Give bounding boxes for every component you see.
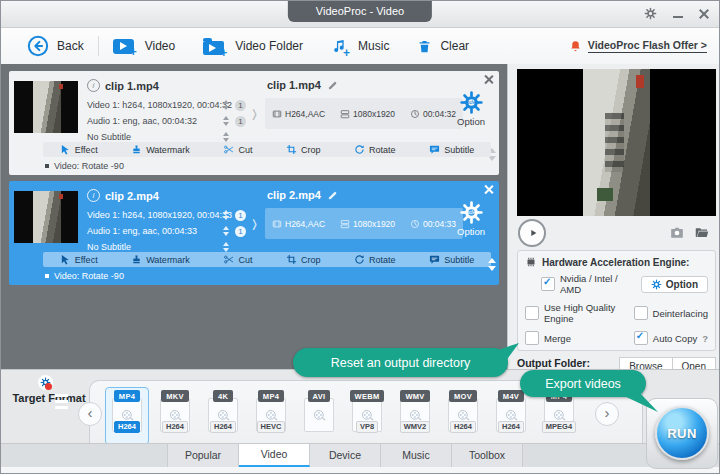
track-count-badge: 1 (235, 226, 246, 237)
video-track-row[interactable]: Video 1: h264, 1080x1920, 00:04:32 1 (87, 97, 246, 113)
video-add-icon: + (113, 39, 137, 54)
crop-button[interactable]: Crop (286, 254, 321, 265)
clip-thumbnail (14, 191, 78, 243)
format-container-badge: MKV (161, 390, 189, 402)
remove-clip-icon[interactable] (484, 75, 493, 84)
minimize-button[interactable] (673, 16, 683, 18)
format-item[interactable]: MKV H264 (153, 387, 197, 445)
format-item[interactable]: MOV H264 (441, 387, 485, 445)
format-container-badge: MP4 (258, 390, 284, 402)
rename-pencil-icon[interactable] (327, 80, 338, 91)
side-panel: Hardware Acceleration Engine: Nvidia / I… (507, 64, 720, 369)
gear-icon (651, 279, 662, 290)
category-tab[interactable]: Music (381, 444, 452, 467)
flash-offer-link[interactable]: VideoProc Flash Offer > (569, 39, 707, 53)
output-clip-title: clip 1.mp4 (267, 79, 321, 91)
category-tab[interactable]: Video (239, 444, 310, 467)
callout-reset-output-directory: Reset an output directory (293, 348, 508, 377)
track-count-badge: 1 (235, 210, 246, 221)
effect-icon (60, 144, 71, 155)
category-tab[interactable]: Toolbox (452, 444, 523, 467)
format-list: MP4 H264 MKV H264 4K H264 MP4 (105, 387, 581, 445)
close-button[interactable] (699, 9, 709, 19)
snapshot-camera-icon[interactable] (669, 226, 685, 240)
resolution-icon (340, 219, 350, 229)
watermark-button[interactable]: Watermark (131, 144, 190, 155)
effect-button[interactable]: Effect (60, 254, 98, 265)
codec-option-button[interactable]: codec Option (450, 200, 492, 237)
back-button[interactable]: Back (13, 28, 98, 64)
rotate-button[interactable]: Rotate (354, 254, 396, 265)
sort-arrows-icon[interactable] (223, 226, 229, 236)
audio-track-row[interactable]: Audio 1: eng, aac, 00:04:32 1 (87, 113, 246, 129)
format-item[interactable]: WMV WMV2 (393, 387, 437, 445)
format-item[interactable]: AVI (297, 387, 341, 445)
output-summary: H264,AAC 1080x1920 00:04:32 (265, 98, 463, 129)
format-item[interactable]: MP4 H264 (105, 387, 149, 445)
hardware-acceleration-panel: Hardware Acceleration Engine: Nvidia / I… (517, 250, 716, 351)
add-video-button[interactable]: + Video (99, 28, 190, 64)
format-item[interactable]: M4V H264 (489, 387, 533, 445)
sort-arrows-icon[interactable] (223, 116, 229, 126)
sort-arrows-icon[interactable] (223, 210, 229, 220)
category-tab[interactable]: Popular (167, 444, 239, 467)
clip-title: clip 1.mp4 (105, 80, 159, 92)
remove-clip-icon[interactable] (484, 185, 493, 194)
video-track-row[interactable]: Video 1: h264, 1080x1920, 00:04:33 1 (87, 207, 246, 223)
chip-icon (525, 256, 537, 268)
target-format-button[interactable]: Target Format (11, 386, 87, 404)
video-preview[interactable] (517, 69, 716, 216)
watermark-button[interactable]: Watermark (131, 254, 190, 265)
sort-arrows-icon[interactable] (223, 132, 229, 142)
scroll-right-button[interactable] (595, 402, 619, 426)
audio-track-row[interactable]: Audio 1: eng, aac, 00:04:33 1 (87, 223, 246, 239)
clip-card-1[interactable]: clip 1.mp4 Video 1: h264, 1080x1920, 00:… (9, 71, 499, 175)
format-item[interactable]: MP4 HEVC (249, 387, 293, 445)
play-button[interactable] (518, 219, 546, 247)
applied-edits-status: Video: Rotate -90 (45, 161, 124, 171)
checkbox-merge[interactable] (525, 331, 539, 345)
format-item[interactable]: WEBM VP8 (345, 387, 389, 445)
effect-icon (60, 254, 71, 265)
bell-icon (569, 39, 582, 53)
cut-button[interactable]: Cut (223, 254, 252, 265)
rotate-button[interactable]: Rotate (354, 144, 396, 155)
auto-copy-help-icon[interactable]: ? (702, 333, 708, 344)
format-container-badge: 4K (213, 390, 233, 402)
preview-controls (508, 216, 720, 249)
scissors-icon (223, 254, 234, 265)
codec-icon (272, 219, 282, 229)
format-codec-label: H264 (162, 421, 188, 433)
title-bar: VideoProc - Video (1, 1, 719, 28)
open-folder-icon[interactable] (693, 225, 711, 240)
checkbox-nvidia-intel-amd[interactable] (541, 277, 555, 291)
scroll-left-button[interactable] (78, 402, 102, 426)
subtitle-button[interactable]: Subtitle (429, 144, 474, 155)
mapping-arrow-icon (252, 205, 257, 237)
output-summary: H264,AAC 1080x1920 00:04:33 (265, 208, 463, 239)
subtitle-button[interactable]: Subtitle (429, 254, 474, 265)
category-tab[interactable]: Device (310, 444, 381, 467)
format-item[interactable]: 4K H264 (201, 387, 245, 445)
hardware-option-button[interactable]: Option (641, 276, 708, 293)
add-music-button[interactable]: + Music (317, 28, 403, 64)
play-icon (528, 228, 538, 238)
effect-button[interactable]: Effect (60, 144, 98, 155)
scissors-icon (223, 144, 234, 155)
rename-pencil-icon[interactable] (327, 190, 338, 201)
add-video-folder-button[interactable]: + Video Folder (189, 28, 317, 64)
crop-button[interactable]: Crop (286, 144, 321, 155)
checkbox-auto-copy[interactable] (634, 331, 648, 345)
clear-button[interactable]: Clear (403, 28, 483, 64)
sort-arrows-icon[interactable] (223, 100, 229, 110)
run-button[interactable]: RUN (655, 406, 709, 460)
cut-button[interactable]: Cut (223, 144, 252, 155)
clip-card-2[interactable]: clip 2.mp4 Video 1: h264, 1080x1920, 00:… (9, 181, 499, 285)
sort-arrows-icon[interactable] (223, 242, 229, 252)
settings-gear-icon[interactable] (644, 7, 657, 20)
checkbox-high-quality[interactable] (525, 306, 539, 320)
checkbox-deinterlacing[interactable] (634, 306, 648, 320)
codec-option-button[interactable]: codec Option (450, 90, 492, 127)
clip-list: clip 1.mp4 Video 1: h264, 1080x1920, 00:… (1, 64, 507, 369)
output-folder-label: Output Folder: (517, 357, 590, 369)
